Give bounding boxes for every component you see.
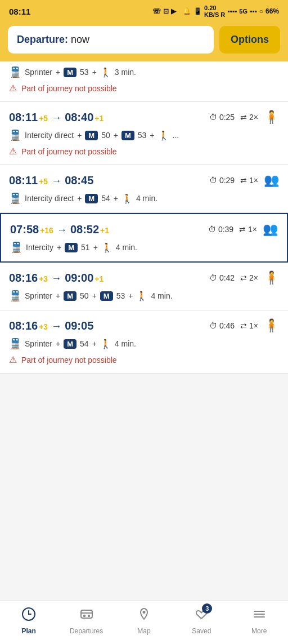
transfers: ⇄ 2× (240, 113, 258, 122)
metro-badge: M (85, 131, 98, 140)
duration: ⏱ 0:46 (209, 321, 235, 330)
journey-card-j1[interactable]: 08:11 +5 → 08:40 +1 ⏱ 0:25 ⇄ 2× 🧍 🚆 Inte… (0, 102, 288, 165)
accessibility-single-icon: 🧍 (264, 110, 279, 125)
status-bar: 08:11 ☏ ⊡ ▶ 🔔 📱 0.20KB/S R ▪▪▪▪ 5G ▪▪▪ ○… (0, 0, 288, 20)
train-type: Intercity (26, 243, 53, 252)
more-icon (252, 609, 267, 624)
partial-journey-card[interactable]: 🚆 Sprinter + M 53 + 🚶 3 min. ⚠ Part of j… (0, 61, 288, 102)
walk-icon: 🚶 (101, 242, 112, 253)
journey-card-j4[interactable]: 08:16 +3 → 09:00 +1 ⏱ 0:42 ⇄ 2× 🧍 🚆 Spri… (0, 263, 288, 310)
arr-delay: +1 (100, 226, 109, 235)
journey-times: 08:16 +3 → 09:05 (9, 319, 93, 332)
nav-label-more: More (251, 627, 267, 635)
plan-icon (21, 609, 36, 624)
metro-badge: M (100, 291, 113, 301)
journey-time-row: 08:11 +5 → 08:40 +1 ⏱ 0:25 ⇄ 2× 🧍 (9, 110, 279, 125)
arr-time: 08:52 (70, 223, 99, 236)
dep-delay: +3 (39, 322, 48, 331)
metro-badge: M (64, 291, 76, 301)
nav-item-map[interactable]: Map (122, 607, 166, 635)
train-icon: 🚆 (9, 66, 21, 78)
dep-delay: +16 (40, 226, 53, 235)
journey-times: 08:11 +5 → 08:45 (9, 174, 93, 187)
map-icon (137, 609, 151, 624)
warning-icon: ⚠ (9, 354, 17, 365)
dep-time: 08:11 (9, 174, 38, 187)
duration: ⏱ 0:29 (209, 176, 235, 185)
options-button[interactable]: Options (219, 26, 280, 54)
journey-meta: ⏱ 0:29 ⇄ 1× 👥 (209, 173, 279, 188)
journey-time-row: 08:16 +3 → 09:00 +1 ⏱ 0:42 ⇄ 2× 🧍 (9, 270, 279, 285)
metro-badge: M (122, 131, 134, 140)
walk-icon: 🚶 (158, 130, 169, 141)
accessibility-single-icon: 🧍 (264, 318, 279, 333)
train-icon: 🚆 (9, 337, 21, 350)
nav-item-saved[interactable]: 3 Saved (179, 607, 224, 635)
journey-warning: ⚠ Part of journey not possible (9, 146, 279, 157)
journey-card-j2[interactable]: 08:11 +5 → 08:45 ⏱ 0:29 ⇄ 1× 👥 🚆 Interci… (0, 165, 288, 213)
transfers: ⇄ 1× (240, 321, 258, 330)
metro-badge: M (65, 243, 78, 252)
transfers: ⇄ 2× (240, 273, 258, 282)
metro-badge: M (64, 339, 76, 349)
nav-item-departures[interactable]: Departures (64, 607, 109, 635)
journey-times: 08:11 +5 → 08:40 +1 (9, 111, 104, 124)
transfers: ⇄ 1× (240, 176, 258, 185)
journey-times: 08:16 +3 → 09:00 +1 (9, 272, 104, 285)
train-icon: 🚆 (9, 290, 21, 302)
nav-item-more[interactable]: More (237, 607, 282, 635)
accessibility-group-icon: 👥 (264, 173, 279, 188)
bottom-nav: Plan Departures Map (0, 601, 288, 644)
arr-time: 08:40 (65, 111, 93, 124)
transfers: ⇄ 1× (239, 225, 257, 234)
walk-icon: 🚶 (122, 193, 133, 204)
svg-rect-1 (81, 610, 92, 618)
duration: ⏱ 0:42 (209, 273, 235, 282)
dep-time: 07:58 (10, 223, 39, 236)
dep-delay: +3 (39, 274, 48, 283)
train-type: Sprinter (25, 291, 52, 300)
nav-label-plan: Plan (22, 627, 36, 635)
route-row: 🚆 Intercity + M 51 + 🚶 4 min. (10, 241, 278, 254)
partial-warning: ⚠ Part of journey not possible (9, 83, 279, 94)
train-type: Intercity direct (25, 131, 74, 140)
warning-icon: ⚠ (9, 146, 17, 157)
svg-rect-2 (83, 615, 86, 617)
saved-badge: 3 (202, 603, 212, 614)
route-row: 🚆 Sprinter + M 50 + M 53 + 🚶 4 min. (9, 290, 279, 302)
nav-item-plan[interactable]: Plan (6, 607, 51, 635)
train-icon: 🚆 (10, 241, 22, 254)
duration: ⏱ 0:39 (208, 225, 233, 234)
dep-time: 08:16 (9, 319, 38, 332)
journey-card-j3[interactable]: 07:58 +16 → 08:52 +1 ⏱ 0:39 ⇄ 1× 👥 🚆 Int… (0, 213, 288, 263)
duration: ⏱ 0:25 (209, 113, 235, 122)
arr-delay: +1 (94, 274, 104, 283)
dep-time: 08:16 (9, 272, 38, 285)
header: Departure: now Options (0, 20, 288, 61)
departure-label: Departure: (17, 34, 68, 45)
train-type: Sprinter (25, 339, 52, 348)
journey-meta: ⏱ 0:42 ⇄ 2× 🧍 (209, 270, 279, 285)
journey-list: 🚆 Sprinter + M 53 + 🚶 3 min. ⚠ Part of j… (0, 61, 288, 374)
walk-icon: 🚶 (136, 291, 147, 301)
journey-meta: ⏱ 0:46 ⇄ 1× 🧍 (209, 318, 279, 333)
status-time: 08:11 (9, 7, 30, 16)
departures-icon (79, 609, 94, 624)
train-icon: 🚆 (9, 192, 21, 205)
departure-box[interactable]: Departure: now (8, 26, 214, 54)
nav-label-departures: Departures (70, 627, 103, 635)
train-type: Intercity direct (25, 194, 74, 203)
train-icon: 🚆 (9, 129, 21, 141)
journey-card-j5[interactable]: 08:16 +3 → 09:05 ⏱ 0:46 ⇄ 1× 🧍 🚆 Sprinte… (0, 310, 288, 374)
arr-time: 09:05 (65, 319, 93, 332)
journey-time-row: 08:11 +5 → 08:45 ⏱ 0:29 ⇄ 1× 👥 (9, 173, 279, 188)
route-row: 🚆 Intercity direct + M 54 + 🚶 4 min. (9, 192, 279, 205)
journey-time-row: 07:58 +16 → 08:52 +1 ⏱ 0:39 ⇄ 1× 👥 (10, 222, 278, 237)
journey-time-row: 08:16 +3 → 09:05 ⏱ 0:46 ⇄ 1× 🧍 (9, 318, 279, 333)
journey-meta: ⏱ 0:39 ⇄ 1× 👥 (208, 222, 278, 237)
arr-delay: +1 (94, 114, 104, 123)
partial-route-row: 🚆 Sprinter + M 53 + 🚶 3 min. (9, 66, 279, 78)
accessibility-single-icon: 🧍 (264, 270, 279, 285)
nav-label-saved: Saved (192, 627, 211, 635)
dep-delay: +5 (39, 177, 48, 186)
